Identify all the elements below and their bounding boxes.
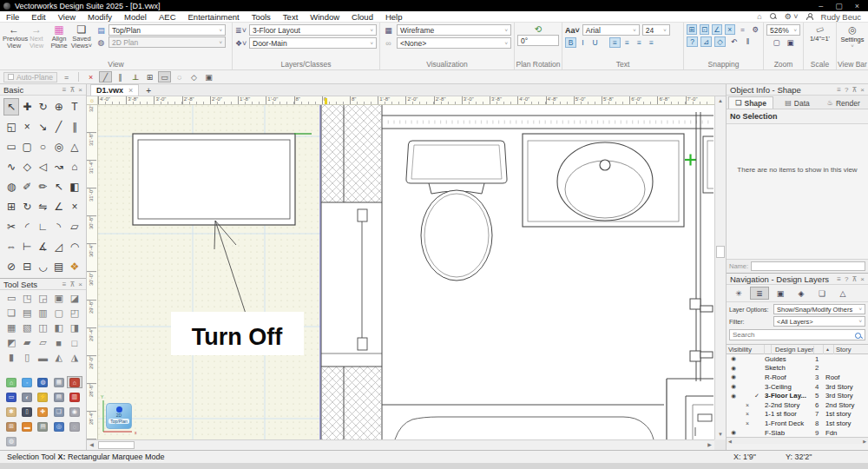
basic-tool[interactable]: ⊞ [3,198,19,215]
gear-icon[interactable]: ⚙ ˅ [785,12,799,21]
tool-set-item[interactable]: ▯ [19,351,35,364]
text-align-toggle[interactable]: ≡ [646,37,657,48]
object-info-tab[interactable]: ❏ Shape [728,96,773,109]
panel-pin-icon[interactable]: ⊼ [852,275,857,283]
menu-item[interactable]: Help [379,12,409,22]
design-layer-row[interactable]: × 1-1 st floor 7 1st story [727,410,868,419]
snap-toggle[interactable]: ⚙ [750,24,760,35]
scroll-left-icon[interactable]: ◀ [87,440,96,450]
tool-set-item[interactable]: ▥ [35,307,50,320]
basic-tool[interactable]: ✐ [19,178,35,195]
layer-name[interactable]: 3-Floor Lay... [765,392,815,400]
layer-name[interactable]: 1-1 st floor [765,410,815,418]
basic-tool[interactable]: × [67,198,82,215]
design-layer-row[interactable]: × 2-2nd Story 6 2nd Story [727,400,868,410]
panel-close-icon[interactable]: × [860,86,865,94]
selection-mode-button[interactable]: ▣ [202,71,215,83]
view-mode-dropdown[interactable]: Top/Plan˅ [108,24,226,36]
navigation-mode-button[interactable]: ✳ [729,287,748,300]
basic-tool[interactable]: ∟ [35,218,50,235]
menu-item[interactable]: Tools [246,12,277,22]
tool-set-category[interactable]: ✱ [3,406,19,418]
panel-menu-icon[interactable]: ≡ [837,275,841,283]
tool-set-category[interactable]: ⌂ [3,376,19,388]
menu-item[interactable]: Model [118,12,153,22]
hidden-mark-icon[interactable]: × [740,402,754,408]
basic-tool[interactable]: ◠ [67,238,82,255]
tool-set-item[interactable]: ◩ [3,336,19,349]
basic-tool[interactable]: ↝ [51,158,67,175]
selection-mode-button[interactable]: × [84,71,97,83]
basic-tool[interactable]: ◇ [19,158,35,175]
tool-set-item[interactable]: ❏ [3,307,19,320]
design-layer-row[interactable]: ◉ ✓ 3-Floor Lay... 5 3rd Story [727,391,868,400]
menu-item[interactable]: Cloud [345,12,379,22]
basic-tool[interactable]: ↘ [35,118,50,135]
view-orientation-thumbnail[interactable]: 2D Top/Plan [106,403,132,429]
basic-tool[interactable]: ∠ [51,198,67,215]
basic-tool[interactable]: × [19,118,35,135]
design-layer-row[interactable]: ◉ Sketch 2 [727,364,868,373]
basic-tool[interactable]: ⊢ [19,238,35,255]
selection-mode-button[interactable]: ◌ [173,71,186,83]
tool-set-item[interactable]: ▱ [35,336,50,349]
tool-set-category[interactable]: ❏ [51,406,67,418]
tool-set-category[interactable]: ◌ [67,420,82,433]
classes-icon[interactable]: ❖˅ [235,39,247,48]
document-tab[interactable]: D1.vwx× [90,84,139,96]
object-info-tab[interactable]: ▤ Data [774,96,819,109]
vanity-sink[interactable] [523,134,684,227]
basic-tool[interactable]: ▤ [51,258,67,275]
basic-tool[interactable]: ◍ [3,178,19,195]
tool-set-item[interactable]: ▤ [19,307,35,320]
drawing-canvas[interactable]: Y x Turn [98,105,714,439]
navigation-mode-button[interactable]: ≣ [750,287,769,300]
palette-close-icon[interactable]: × [78,86,82,94]
navigation-mode-button[interactable]: ▣ [771,287,790,300]
basic-tool[interactable]: ∡ [35,238,50,255]
navigation-mode-button[interactable]: ◈ [792,287,811,300]
snap-toggle[interactable]: ⊞ [687,24,697,35]
view-nav-button[interactable]: ← PreviousView [3,24,25,50]
auto-plane-checkbox[interactable]: Auto-Plane [3,72,57,83]
tool-set-item[interactable]: ▢ [51,307,67,320]
maximize-button[interactable]: ▢ [835,2,843,10]
basic-tool[interactable]: ▢ [19,138,35,155]
tool-set-item[interactable]: ▬ [35,351,50,364]
basic-tool[interactable]: ∿ [3,158,19,175]
tool-set-item[interactable]: ◳ [19,292,35,305]
scroll-left-icon[interactable]: ◀ [728,439,732,444]
font-size-dropdown[interactable]: 24˅ [642,24,670,36]
basic-tool[interactable]: ⊘ [3,258,19,275]
panel-menu-icon[interactable]: ≡ [837,86,841,94]
filter-dropdown[interactable]: <All Layers>˅ [773,316,865,327]
home-icon[interactable]: ⌂ [757,12,761,21]
tool-set-item[interactable]: ◭ [51,351,67,364]
panel-help-icon[interactable]: ? [845,275,848,283]
visibility-eye-icon[interactable]: ◉ [727,373,740,380]
user-name[interactable]: Rudy Beuc [821,12,861,22]
palette-menu-icon[interactable]: ≡ [62,86,67,94]
basic-tool[interactable]: ✚ [19,98,35,116]
visibility-eye-icon[interactable]: ◉ [727,365,740,372]
basic-tool[interactable]: ⊕ [51,98,67,116]
new-tab-button[interactable]: + [139,86,158,96]
bathtub[interactable] [395,417,654,439]
minimize-button[interactable]: – [819,2,823,10]
class-dropdown[interactable]: Door-Main˅ [249,37,377,49]
selection-mode-button[interactable]: ∥ [114,71,127,83]
text-align-toggle[interactable]: ≡ [609,37,621,48]
tool-set-item[interactable]: ■ [51,336,67,349]
basic-tool[interactable]: ▱ [67,218,82,235]
layer-name[interactable]: 2-2nd Story [765,401,815,409]
tool-set-item[interactable]: ◲ [35,292,50,305]
scroll-down-icon[interactable]: ▼ [715,430,726,439]
basic-tool[interactable]: ◝ [51,218,67,235]
view-nav-button[interactable]: ▦ AlignPlane [48,24,70,50]
basic-tool[interactable]: ⌂ [67,158,82,175]
horizontal-scrollbar[interactable]: ◀ ▶ [87,439,714,450]
panel-close-icon[interactable]: × [860,275,865,283]
planar-mode-icon[interactable]: = [60,71,73,83]
text-align-toggle[interactable]: ≡ [634,37,645,48]
text-align-toggle[interactable]: ≡ [621,37,633,48]
